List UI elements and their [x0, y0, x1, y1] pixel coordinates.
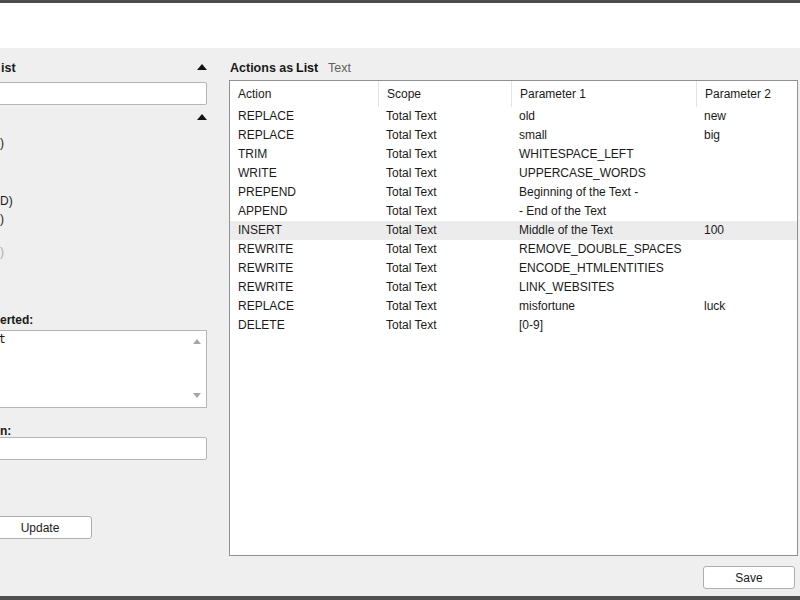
table-cell: REWRITE — [230, 259, 378, 278]
table-cell: small — [511, 126, 696, 145]
tab-text[interactable]: Text — [328, 61, 351, 75]
table-cell — [696, 145, 797, 164]
table-cell: Total Text — [378, 126, 511, 145]
table-cell: WHITESPACE_LEFT — [511, 145, 696, 164]
table-cell: Total Text — [378, 145, 511, 164]
window-bottom-edge — [0, 596, 800, 600]
table-row[interactable]: REWRITETotal TextREMOVE_DOUBLE_SPACES — [230, 240, 797, 259]
table-cell: 100 — [696, 221, 797, 240]
table-row[interactable]: PREPENDTotal TextBeginning of the Text - — [230, 183, 797, 202]
filter-input[interactable] — [0, 82, 207, 105]
table-cell: misfortune — [511, 297, 696, 316]
table-row[interactable]: REWRITETotal TextENCODE_HTMLENTITIES — [230, 259, 797, 278]
table-row[interactable]: REWRITETotal TextLINK_WEBSITES — [230, 278, 797, 297]
expression-input[interactable] — [0, 437, 207, 460]
table-cell — [696, 240, 797, 259]
update-button[interactable]: Update — [0, 516, 92, 539]
table-cell — [696, 202, 797, 221]
column-header[interactable]: Parameter 2 — [696, 81, 797, 107]
table-cell: - End of the Text — [511, 202, 696, 221]
column-header[interactable]: Action — [230, 81, 378, 107]
table-cell: new — [696, 107, 797, 126]
table-cell — [696, 164, 797, 183]
table-cell: Total Text — [378, 183, 511, 202]
left-section-title: ist — [1, 61, 16, 75]
scroll-up-icon[interactable] — [193, 339, 201, 344]
table-row[interactable]: REPLACETotal Textmisfortuneluck — [230, 297, 797, 316]
list-item[interactable]: ) — [0, 136, 4, 150]
collapse-section-1-icon[interactable] — [197, 64, 207, 70]
table-cell: Total Text — [378, 107, 511, 126]
save-button[interactable]: Save — [703, 566, 795, 589]
table-cell — [696, 278, 797, 297]
column-header[interactable]: Scope — [378, 81, 511, 107]
list-item[interactable]: ) — [0, 245, 4, 259]
table-cell: Middle of the Text — [511, 221, 696, 240]
table-header-row: ActionScopeParameter 1Parameter 2 — [230, 81, 797, 107]
table-cell: Total Text — [378, 221, 511, 240]
table-cell: Total Text — [378, 278, 511, 297]
table-cell: INSERT — [230, 221, 378, 240]
table-cell: Total Text — [378, 164, 511, 183]
table-row[interactable]: TRIMTotal TextWHITESPACE_LEFT — [230, 145, 797, 164]
list-item[interactable]: D) — [0, 194, 13, 208]
table-cell: REMOVE_DOUBLE_SPACES — [511, 240, 696, 259]
table-cell: old — [511, 107, 696, 126]
table-cell: LINK_WEBSITES — [511, 278, 696, 297]
table-row[interactable]: APPENDTotal Text- End of the Text — [230, 202, 797, 221]
tab-list[interactable]: List — [296, 61, 318, 75]
expression-label: n: — [0, 424, 11, 438]
table-cell: REWRITE — [230, 278, 378, 297]
converted-text-area[interactable]: ext — [0, 330, 207, 408]
table-cell: REPLACE — [230, 107, 378, 126]
table-cell: TRIM — [230, 145, 378, 164]
table-row[interactable]: INSERTTotal TextMiddle of the Text100 — [230, 221, 797, 240]
table-cell: REPLACE — [230, 297, 378, 316]
table-cell: big — [696, 126, 797, 145]
table-cell: WRITE — [230, 164, 378, 183]
table-cell: Total Text — [378, 297, 511, 316]
collapse-section-2-icon[interactable] — [197, 114, 207, 120]
table-row[interactable]: DELETETotal Text[0-9] — [230, 316, 797, 335]
app-window: ist ) D) ) ) erted: ext n: Update Action… — [0, 0, 800, 600]
table-cell: luck — [696, 297, 797, 316]
table-cell: REWRITE — [230, 240, 378, 259]
table-cell: PREPEND — [230, 183, 378, 202]
table-cell: Beginning of the Text - — [511, 183, 696, 202]
table-cell: Total Text — [378, 240, 511, 259]
table-cell: UPPERCASE_WORDS — [511, 164, 696, 183]
table-cell — [696, 259, 797, 278]
scroll-down-icon[interactable] — [193, 393, 201, 398]
table-cell: REPLACE — [230, 126, 378, 145]
table-cell: DELETE — [230, 316, 378, 335]
table-cell — [696, 183, 797, 202]
table-cell: Total Text — [378, 259, 511, 278]
converted-text-label: erted: — [0, 313, 33, 327]
table-row[interactable]: REPLACETotal Textsmallbig — [230, 126, 797, 145]
table-cell: Total Text — [378, 202, 511, 221]
table-row[interactable]: WRITETotal TextUPPERCASE_WORDS — [230, 164, 797, 183]
table-cell — [696, 316, 797, 335]
actions-as-label: Actions as — [230, 61, 293, 75]
table-rows: REPLACETotal TextoldnewREPLACETotal Text… — [230, 107, 797, 335]
column-header[interactable]: Parameter 1 — [511, 81, 696, 107]
table-row[interactable]: REPLACETotal Textoldnew — [230, 107, 797, 126]
table-cell: Total Text — [378, 316, 511, 335]
table-cell: [0-9] — [511, 316, 696, 335]
toolbar-band — [0, 3, 800, 48]
table-cell: APPEND — [230, 202, 378, 221]
list-item[interactable]: ) — [0, 212, 4, 226]
actions-table: ActionScopeParameter 1Parameter 2 REPLAC… — [229, 80, 798, 556]
table-cell: ENCODE_HTMLENTITIES — [511, 259, 696, 278]
